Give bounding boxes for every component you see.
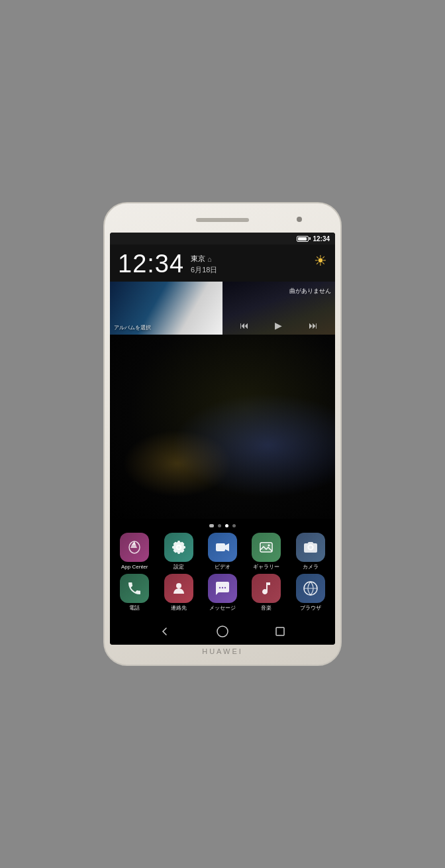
apps-row-1: App Center 設定 [113,533,332,570]
album-widget[interactable]: アルバムを選択 [110,282,222,335]
page-dots [113,524,332,527]
prev-button[interactable]: ⏮ [240,320,249,331]
phone-label: 電話 [129,605,140,612]
dot-3 [232,524,236,527]
messages-icon [208,574,237,603]
music-no-song: 曲がありません [226,287,331,296]
messages-label: メッセージ [209,605,236,612]
media-row: アルバムを選択 曲がありません ⏮ ▶ ⏭ [110,282,335,335]
gallery-label: ギャラリー [253,564,279,570]
music-icon [252,574,281,603]
contacts-label: 連絡先 [171,605,187,612]
svg-point-8 [219,587,221,588]
brand-label: HUAWEI [202,647,243,655]
app-video[interactable]: ビデオ [204,533,241,570]
status-bar: 12:34 [110,233,335,244]
nav-bar [110,618,335,645]
apps-row-2: 電話 連絡先 [113,574,332,612]
sparkle-overlay [110,335,335,519]
svg-point-12 [217,626,228,637]
clock-info: 東京 ⌂ 6月18日 [191,251,217,275]
app-grid: App Center 設定 [110,519,335,618]
settings-icon [164,533,193,562]
home-button[interactable] [213,624,232,639]
back-button[interactable] [155,624,175,639]
dot-home [209,524,214,527]
app-phone[interactable]: 電話 [116,574,153,612]
speaker [196,218,249,222]
settings-label: 設定 [173,564,184,570]
screen-wrapper: 12:34 12:34 東京 ⌂ 6月18日 [110,233,335,645]
battery-icon [297,236,309,242]
camera-label: カメラ [303,564,319,570]
clock-widget: 12:34 東京 ⌂ 6月18日 ☀ [110,244,335,282]
gallery-icon [252,533,281,562]
svg-point-9 [222,587,223,588]
app-contacts[interactable]: 連絡先 [160,574,197,612]
svg-point-10 [224,587,226,588]
music-widget[interactable]: 曲がありません ⏮ ▶ ⏭ [222,282,335,335]
clock-city: 東京 ⌂ [191,254,212,264]
wallpaper [110,335,335,519]
battery-fill [298,237,307,241]
appcenter-label: App Center [121,564,148,570]
clock-date: 6月18日 [191,265,217,275]
app-appcenter[interactable]: App Center [116,533,153,570]
music-label: 音楽 [261,605,272,612]
dot-1 [218,524,221,527]
recents-button[interactable] [270,624,290,639]
svg-rect-0 [216,543,225,551]
app-music[interactable]: 音楽 [248,574,285,612]
phone-top [110,211,335,230]
next-button[interactable]: ⏭ [309,320,318,331]
svg-point-7 [176,583,181,588]
phone-icon [120,574,149,603]
app-messages[interactable]: メッセージ [204,574,241,612]
dot-2-active [225,524,228,527]
appcenter-icon [120,533,149,562]
phone-device: 12:34 12:34 東京 ⌂ 6月18日 [103,202,342,666]
clock-time: 12:34 [118,251,184,276]
music-controls: ⏮ ▶ ⏭ [226,320,331,331]
front-camera [297,217,302,222]
contacts-icon [164,574,193,603]
svg-rect-13 [276,627,284,635]
svg-point-3 [268,544,270,546]
phone-bottom: HUAWEI [202,645,243,658]
app-browser[interactable]: ブラウザ [292,574,329,612]
clock-row: 12:34 東京 ⌂ 6月18日 ☀ [118,251,327,276]
home-indicator: ⌂ [207,255,212,263]
camera-icon [296,533,325,562]
app-settings[interactable]: 設定 [160,533,197,570]
play-button[interactable]: ▶ [275,320,282,331]
browser-label: ブラウザ [300,605,321,612]
video-label: ビデオ [215,564,230,570]
screen: 12:34 12:34 東京 ⌂ 6月18日 [110,233,335,645]
album-label: アルバムを選択 [114,324,151,331]
app-gallery[interactable]: ギャラリー [248,533,285,570]
status-time: 12:34 [313,235,330,243]
video-icon [208,533,237,562]
status-right: 12:34 [297,235,330,243]
app-camera[interactable]: カメラ [292,533,329,570]
browser-icon [296,574,325,603]
weather-sun-icon: ☀ [314,252,327,270]
